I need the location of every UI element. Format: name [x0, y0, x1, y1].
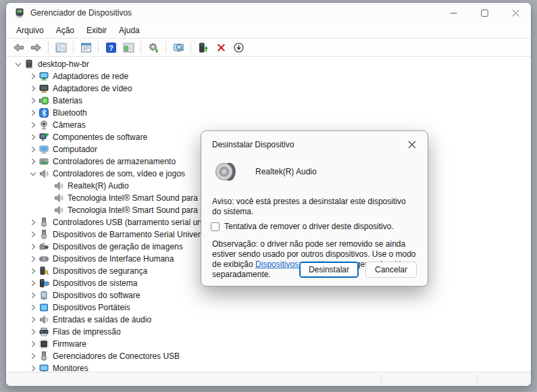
chevron-right-icon[interactable]	[28, 132, 39, 143]
tree-item[interactable]: Firmware	[6, 338, 531, 350]
maximize-button[interactable]	[469, 3, 500, 23]
tree-item[interactable]: Baterias	[6, 95, 531, 107]
tree-item[interactable]: Dispositivos Portáteis	[6, 301, 531, 314]
menu-arquivo[interactable]: Arquivo	[10, 24, 50, 36]
chevron-right-icon[interactable]	[28, 156, 39, 167]
chevron-right-icon[interactable]	[28, 302, 39, 313]
chevron-right-icon[interactable]	[28, 351, 39, 362]
window-controls	[438, 3, 531, 23]
chevron-right-icon[interactable]	[28, 107, 39, 118]
tree-item[interactable]: Filas de impressão	[6, 326, 531, 338]
tree-item-label: Adaptadores de rede	[53, 72, 128, 81]
help-button[interactable]: ?	[103, 40, 119, 55]
chevron-down-icon[interactable]	[13, 59, 24, 70]
uninstall-device-button[interactable]	[213, 40, 229, 55]
chevron-right-icon[interactable]	[28, 278, 39, 289]
tree-item[interactable]: Entradas e saídas de áudio	[6, 314, 531, 326]
tree-item[interactable]: Monitores	[6, 362, 531, 372]
usb-icon	[39, 229, 49, 240]
tree-item[interactable]: Gerenciadores de Conectores USB	[6, 350, 531, 362]
statusbar-separator	[477, 374, 478, 384]
tree-item[interactable]: Adaptadores de vídeo	[6, 82, 531, 95]
bluetooth-icon	[39, 107, 49, 118]
remote-view-button[interactable]	[170, 40, 186, 55]
speaker-icon	[53, 193, 64, 203]
update-driver-icon	[198, 42, 209, 53]
computer-icon	[24, 59, 34, 70]
chevron-right-icon[interactable]	[28, 253, 39, 264]
printer-icon	[39, 326, 49, 337]
tree-item[interactable]: Bluetooth	[6, 107, 531, 119]
toolbar-separator	[48, 41, 49, 53]
chip-icon	[39, 339, 49, 349]
chevron-spacer	[43, 205, 53, 216]
tree-item-label: Dispositivos de geração de imagens	[53, 242, 183, 251]
svg-text:?: ?	[109, 43, 113, 51]
usb-icon	[39, 351, 49, 362]
remote-view-icon	[173, 42, 184, 53]
tree-item[interactable]: desktop-hw-br	[6, 58, 531, 70]
tree-item[interactable]: Câmeras	[6, 119, 531, 131]
back-button[interactable]	[10, 40, 26, 55]
tree-item-label: Gerenciadores de Conectores USB	[53, 351, 180, 361]
toolbar-separator	[190, 41, 191, 53]
disable-device-button[interactable]	[230, 40, 247, 55]
chevron-spacer	[43, 193, 53, 203]
chevron-down-icon[interactable]	[28, 168, 39, 179]
menu-bar: Arquivo Ação Exibir Ajuda	[6, 23, 531, 39]
chevron-right-icon[interactable]	[28, 290, 39, 301]
tree-item-label: Baterias	[53, 96, 82, 105]
tree-item-label: Tecnologia Intel® Smart Sound para m	[68, 205, 207, 215]
chevron-right-icon[interactable]	[28, 326, 39, 337]
camera-icon	[39, 120, 49, 130]
forward-button[interactable]	[28, 40, 44, 55]
chevron-right-icon[interactable]	[28, 339, 39, 349]
monitor-icon	[39, 363, 49, 372]
chevron-right-icon[interactable]	[28, 83, 39, 94]
disable-device-icon	[233, 42, 245, 53]
chevron-right-icon[interactable]	[28, 71, 39, 82]
chevron-right-icon[interactable]	[28, 266, 39, 276]
toolbar-separator	[73, 41, 74, 53]
tree-item-label: Controladores de som, vídeo e jogos	[53, 169, 185, 178]
tree-item[interactable]: Adaptadores de rede	[6, 70, 531, 82]
cancel-button[interactable]: Cancelar	[365, 262, 417, 278]
storage-controller-icon	[39, 156, 49, 167]
chevron-right-icon[interactable]	[28, 363, 39, 372]
title-bar: Gerenciador de Dispositivos	[6, 3, 531, 23]
chevron-right-icon[interactable]	[28, 241, 39, 252]
menu-acao[interactable]: Ação	[50, 24, 80, 36]
dialog-close-button[interactable]	[405, 137, 419, 152]
chevron-right-icon[interactable]	[28, 120, 39, 130]
uninstall-device-dialog: Desinstalar Dispositivo Realtek(R) Audio…	[201, 130, 428, 287]
window-title: Gerenciador de Dispositivos	[30, 8, 132, 18]
toolbar-separator	[165, 41, 166, 53]
speaker-icon	[53, 180, 64, 191]
minimize-button[interactable]	[438, 3, 469, 23]
chevron-right-icon[interactable]	[28, 217, 39, 228]
menu-exibir[interactable]: Exibir	[80, 24, 113, 36]
chevron-right-icon[interactable]	[28, 314, 39, 325]
remove-driver-checkbox[interactable]	[211, 222, 220, 231]
menu-ajuda[interactable]: Ajuda	[113, 24, 146, 36]
toolbar-separator	[140, 41, 141, 53]
tree-item-label: Adaptadores de vídeo	[53, 84, 132, 93]
update-driver-button[interactable]	[195, 40, 211, 55]
show-hide-button[interactable]	[120, 40, 136, 55]
usb-icon	[39, 217, 49, 228]
console-tree-button[interactable]	[53, 40, 69, 55]
statusbar-separator	[381, 374, 382, 384]
scan-hardware-button[interactable]	[145, 40, 161, 55]
chevron-right-icon[interactable]	[28, 229, 39, 240]
properties-button[interactable]	[78, 40, 94, 55]
chevron-right-icon[interactable]	[28, 95, 39, 106]
close-window-button[interactable]	[500, 3, 531, 23]
tree-item-label: Firmware	[53, 339, 86, 349]
chevron-right-icon[interactable]	[28, 144, 39, 155]
uninstall-button[interactable]: Desinstalar	[299, 262, 359, 278]
system-device-icon	[39, 278, 49, 289]
tree-item[interactable]: Dispositivos do software	[6, 289, 531, 301]
toolbar-separator	[98, 41, 99, 53]
dialog-title-bar: Desinstalar Dispositivo	[201, 131, 428, 155]
dialog-buttons: Desinstalar Cancelar	[299, 262, 417, 278]
